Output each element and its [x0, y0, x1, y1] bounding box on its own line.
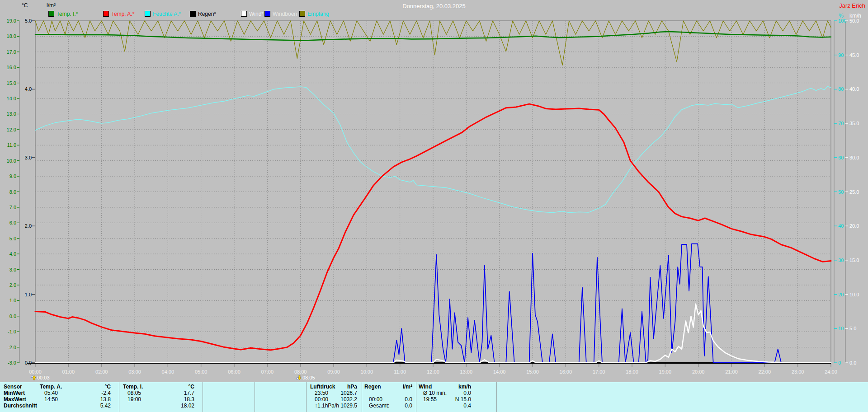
svg-text:50: 50 — [838, 189, 844, 195]
time-label: 17:00 — [593, 369, 605, 375]
legend-label: Temp. I.* — [57, 11, 78, 17]
legend-label: Windböen — [273, 11, 297, 17]
table-separator — [119, 382, 119, 412]
time-label: 18:00 — [626, 369, 638, 375]
svg-text:40.0: 40.0 — [849, 86, 859, 92]
svg-text:0: 0 — [838, 360, 841, 365]
svg-text:20.0: 20.0 — [849, 223, 859, 229]
time-label: 14:00 — [493, 369, 506, 375]
table-row-label: MinWert — [4, 390, 25, 396]
svg-text:90: 90 — [838, 52, 844, 58]
table-cell-time: 23:50 — [315, 390, 328, 396]
svg-text:70: 70 — [838, 121, 844, 126]
weather-station-window: 19.018.017.016.015.014.013.012.011.010.0… — [0, 0, 868, 412]
time-label: 09:00 — [327, 369, 340, 375]
legend-color-icon — [103, 11, 109, 17]
svg-text:1.0: 1.0 — [9, 298, 16, 303]
watermark-author: Jarz Erich — [839, 2, 865, 9]
table-cell-value: 13.8 — [100, 396, 111, 403]
table-cell-time: 19:55 — [423, 396, 437, 403]
svg-text:0.0: 0.0 — [9, 314, 16, 319]
table-separator — [362, 382, 362, 412]
svg-text:4.0: 4.0 — [25, 86, 32, 92]
table-cell-time: 05:40 — [44, 390, 58, 396]
svg-text:35.0: 35.0 — [849, 121, 859, 126]
table-cell-value: 1032.2 — [340, 396, 357, 403]
svg-text:16.0: 16.0 — [7, 65, 16, 70]
svg-text:2.0: 2.0 — [9, 282, 16, 288]
time-label: 05:00 — [195, 369, 208, 375]
time-label: 13:00 — [460, 369, 473, 375]
svg-text:18.0: 18.0 — [7, 33, 16, 39]
axis-header-celsius: °C — [22, 2, 28, 9]
svg-text:7.0: 7.0 — [9, 205, 16, 210]
time-label: 12:00 — [427, 369, 439, 375]
table-col-unit: hPa — [347, 384, 357, 390]
table-row-label: Sensor — [4, 384, 22, 390]
svg-text:11.0: 11.0 — [7, 142, 16, 148]
table-cell-value: 1026.7 — [340, 390, 357, 396]
table-cell-value: -2.4 — [101, 390, 111, 396]
table-cell-time: ↑1.1hPa/h — [315, 403, 339, 409]
svg-text:6.0: 6.0 — [9, 220, 16, 225]
time-label: 07:00 — [261, 369, 274, 375]
time-label: 00:00 — [29, 369, 42, 375]
legend-item-temp-a-[interactable]: Temp. A.* — [103, 11, 134, 17]
time-label: 02:00 — [95, 369, 108, 375]
table-row-label: MaxWert — [4, 396, 26, 403]
svg-text:2.0: 2.0 — [25, 223, 32, 229]
table-cell-value: N 15.0 — [455, 396, 471, 403]
table-cell-time: 00:00 — [369, 396, 382, 403]
legend-color-icon — [145, 11, 151, 17]
axis-header-rain: l/m² — [47, 2, 56, 9]
svg-text:15.0: 15.0 — [849, 258, 859, 263]
legend-item-empfang[interactable]: Empfang — [299, 11, 329, 17]
chart-canvas[interactable]: 19.018.017.016.015.014.013.012.011.010.0… — [0, 0, 868, 412]
legend-item-regen-[interactable]: Regen* — [190, 11, 216, 17]
table-row-label: Durchschnitt — [4, 403, 37, 409]
svg-text:13.0: 13.0 — [7, 111, 16, 117]
table-col-name: Wind — [419, 384, 432, 390]
time-label: 11:00 — [394, 369, 406, 375]
table-cell-value: 17.7 — [184, 390, 194, 396]
table-cell-value: 0.0 — [463, 390, 471, 396]
table-cell-time: Gesamt: — [369, 403, 389, 409]
legend-item-feuchte-a-[interactable]: Feuchte A.* — [145, 11, 181, 17]
time-label: 06:00 — [228, 369, 241, 375]
svg-text:-3.0: -3.0 — [8, 360, 16, 365]
table-cell-value: 0.0 — [405, 403, 412, 409]
legend-item-temp-i-[interactable]: Temp. I.* — [48, 11, 78, 17]
svg-text:-2.0: -2.0 — [8, 345, 16, 350]
svg-text:40: 40 — [838, 223, 844, 229]
legend-item-wind-[interactable]: Wind* — [241, 11, 264, 17]
table-separator — [203, 382, 203, 412]
table-separator — [306, 382, 307, 412]
legend-label: Feuchte A.* — [153, 11, 181, 17]
legend-item-windb-en[interactable]: Windböen — [264, 11, 297, 17]
svg-text:9.0: 9.0 — [9, 173, 16, 179]
svg-text:10.0: 10.0 — [849, 292, 859, 297]
page-title: Donnerstag, 20.03.2025 — [0, 3, 868, 9]
svg-text:3.0: 3.0 — [25, 155, 32, 160]
legend-label: Empfang — [307, 11, 329, 17]
table-cell-value: 1029.5 — [340, 403, 357, 409]
table-cell-time: 19:00 — [127, 396, 141, 403]
svg-text:3.0: 3.0 — [9, 267, 16, 272]
svg-text:30: 30 — [838, 258, 844, 263]
time-label: 03:00 — [128, 369, 141, 375]
svg-text:19.0: 19.0 — [7, 18, 16, 23]
svg-text:10.0: 10.0 — [7, 158, 16, 164]
table-separator — [255, 382, 255, 412]
table-cell-time: Ø 10 min. — [423, 390, 447, 396]
svg-text:-1.0: -1.0 — [8, 329, 16, 334]
time-label: 01:00 — [62, 369, 75, 375]
axis-header-kmh: km/h — [849, 13, 861, 19]
table-col-name: Temp. I. — [123, 384, 143, 390]
series-temp-i- — [35, 32, 831, 41]
svg-text:15.0: 15.0 — [7, 80, 16, 86]
statistics-table: SensorMinWertMaxWertDurchschnittTemp. A.… — [0, 382, 868, 412]
table-cell-time: 00:00 — [315, 396, 328, 403]
annotation-marker-0003: 00:03 — [31, 375, 50, 380]
time-label: 08:00 — [294, 369, 307, 375]
table-cell-value: 0.0 — [405, 396, 412, 403]
